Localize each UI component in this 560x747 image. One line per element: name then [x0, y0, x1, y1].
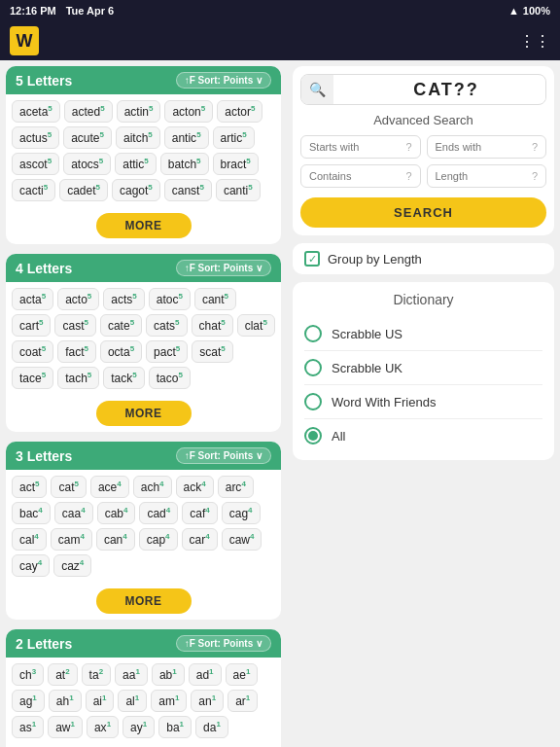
word-chip[interactable]: acton5 [164, 100, 213, 123]
word-chip[interactable]: coat5 [12, 340, 53, 363]
word-chip[interactable]: ach4 [133, 476, 172, 498]
word-chip[interactable]: cad4 [139, 502, 178, 524]
dict-option-row-wwf[interactable]: Word With Friends [304, 387, 542, 416]
word-chip[interactable]: cacti5 [12, 179, 55, 201]
word-chip[interactable]: act5 [12, 476, 47, 498]
word-chip[interactable]: actin5 [117, 100, 161, 123]
word-chip[interactable]: an1 [191, 690, 224, 712]
word-chip[interactable]: cant5 [194, 288, 236, 310]
word-chip[interactable]: ack4 [176, 476, 214, 498]
word-chip[interactable]: tace5 [12, 367, 53, 389]
word-chip[interactable]: ah1 [49, 690, 82, 712]
dict-option-row-scrabble_us[interactable]: Scrabble US [304, 319, 542, 348]
word-chip[interactable]: cast5 [54, 314, 95, 337]
grid-icon[interactable]: ⋮⋮ [519, 32, 550, 51]
dict-option-row-all[interactable]: All [304, 421, 542, 450]
word-chip[interactable]: atocs5 [63, 153, 111, 175]
word-chip[interactable]: cal4 [12, 528, 47, 551]
word-chip[interactable]: bract5 [213, 153, 259, 175]
word-chip[interactable]: cadet5 [59, 179, 108, 201]
word-chip[interactable]: chat5 [192, 314, 233, 337]
word-chip[interactable]: da1 [195, 716, 228, 738]
word-chip[interactable]: caf4 [182, 502, 217, 524]
word-chip[interactable]: tach5 [57, 367, 99, 389]
word-chip[interactable]: cab4 [97, 502, 136, 524]
word-chip[interactable]: acted5 [64, 100, 113, 123]
sort-button-3letters[interactable]: ↑F Sort: Points ∨ [176, 447, 271, 464]
word-chip[interactable]: artic5 [213, 126, 255, 149]
word-chip[interactable]: cag4 [222, 502, 261, 524]
word-chip[interactable]: ax1 [87, 716, 119, 738]
word-chip[interactable]: caa4 [54, 502, 93, 524]
word-chip[interactable]: ba1 [158, 716, 192, 738]
word-chip[interactable]: fact5 [57, 340, 96, 363]
word-chip[interactable]: ay1 [122, 716, 155, 738]
sort-button-5letters[interactable]: ↑F Sort: Points ∨ [176, 72, 271, 89]
word-chip[interactable]: batch5 [160, 153, 209, 175]
word-chip[interactable]: aceta5 [12, 100, 60, 123]
word-chip[interactable]: ad1 [189, 663, 222, 686]
group-by-checkbox[interactable]: ✓ [304, 251, 320, 267]
word-chip[interactable]: ai1 [86, 690, 115, 712]
word-chip[interactable]: ae1 [226, 663, 259, 686]
word-chip[interactable]: cat5 [51, 476, 86, 498]
more-button-5letters[interactable]: MORE [96, 213, 192, 238]
search-input[interactable] [333, 80, 546, 100]
word-chip[interactable]: pact5 [146, 340, 188, 363]
more-button-4letters[interactable]: MORE [96, 401, 192, 426]
word-chip[interactable]: acts5 [103, 288, 144, 310]
starts-with-box[interactable]: ? [300, 135, 421, 159]
ends-with-input[interactable] [436, 141, 508, 153]
word-chip[interactable]: ace4 [90, 476, 129, 498]
group-by-container[interactable]: ✓ Group by Length [293, 243, 554, 274]
word-chip[interactable]: antic5 [164, 126, 209, 149]
word-chip[interactable]: ascot5 [12, 153, 59, 175]
word-chip[interactable]: actus5 [12, 126, 59, 149]
word-chip[interactable]: attic5 [115, 153, 156, 175]
word-chip[interactable]: scat5 [192, 340, 232, 363]
word-chip[interactable]: ta2 [82, 663, 111, 686]
word-chip[interactable]: canti5 [216, 179, 261, 201]
word-chip[interactable]: cap4 [139, 528, 178, 551]
ends-with-box[interactable]: ? [427, 135, 547, 159]
contains-input[interactable] [309, 170, 381, 182]
contains-box[interactable]: ? [300, 164, 421, 188]
word-chip[interactable]: actor5 [217, 100, 262, 123]
word-chip[interactable]: bac4 [12, 502, 51, 524]
word-chip[interactable]: car4 [182, 528, 218, 551]
word-chip[interactable]: taco5 [149, 367, 191, 389]
word-chip[interactable]: canst5 [164, 179, 212, 201]
word-chip[interactable]: ch3 [12, 663, 44, 686]
word-chip[interactable]: al1 [118, 690, 147, 712]
word-chip[interactable]: ab1 [152, 663, 185, 686]
dict-option-row-scrabble_uk[interactable]: Scrabble UK [304, 353, 542, 382]
word-chip[interactable]: octa5 [100, 340, 142, 363]
word-chip[interactable]: caz4 [53, 554, 91, 577]
word-chip[interactable]: ag1 [12, 690, 45, 712]
word-chip[interactable]: at2 [48, 663, 77, 686]
word-chip[interactable]: acute5 [63, 126, 112, 149]
word-chip[interactable]: am1 [151, 690, 187, 712]
word-chip[interactable]: cam4 [51, 528, 92, 551]
sort-button-4letters[interactable]: ↑F Sort: Points ∨ [176, 260, 271, 276]
word-chip[interactable]: clat5 [237, 314, 275, 337]
word-chip[interactable]: caw4 [222, 528, 262, 551]
word-chip[interactable]: ar1 [228, 690, 258, 712]
sort-button-2letters[interactable]: ↑F Sort: Points ∨ [176, 635, 271, 652]
word-chip[interactable]: atoc5 [149, 288, 191, 310]
word-chip[interactable]: cay4 [12, 554, 50, 577]
length-input[interactable] [436, 170, 508, 182]
starts-with-input[interactable] [309, 141, 381, 153]
word-chip[interactable]: aa1 [115, 663, 148, 686]
word-chip[interactable]: acta5 [12, 288, 53, 310]
word-chip[interactable]: can4 [96, 528, 135, 551]
word-chip[interactable]: acto5 [57, 288, 99, 310]
word-chip[interactable]: arc4 [218, 476, 254, 498]
more-button-3letters[interactable]: MORE [96, 588, 192, 614]
word-chip[interactable]: cagot5 [112, 179, 160, 201]
app-logo[interactable]: W [10, 26, 39, 55]
length-box[interactable]: ? [427, 164, 547, 188]
search-button[interactable]: SEARCH [300, 197, 546, 228]
word-chip[interactable]: cate5 [100, 314, 142, 337]
word-chip[interactable]: as1 [12, 716, 44, 738]
